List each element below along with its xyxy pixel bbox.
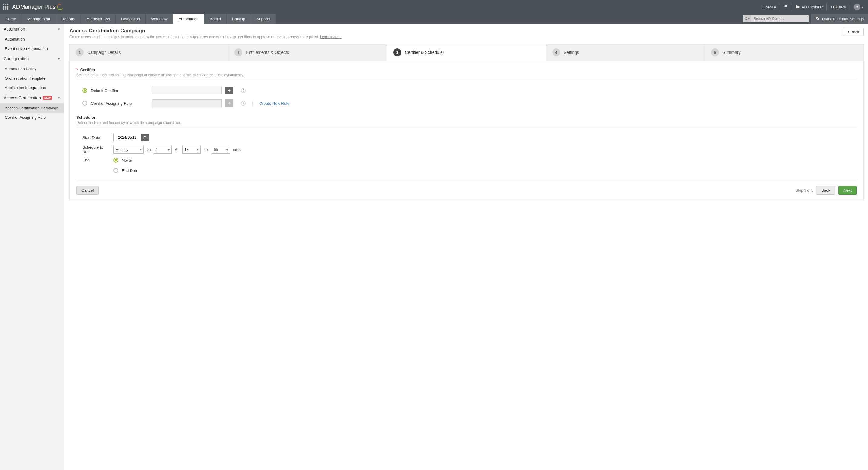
chevron-down-icon: ▾: [168, 148, 170, 151]
sidebar-item-access-certification-campaign[interactable]: Access Certification Campaign: [0, 103, 64, 113]
wizard-step-4[interactable]: 4Settings: [546, 44, 705, 61]
radio-end-date[interactable]: [113, 168, 118, 173]
wizard-step-3[interactable]: 3Certifier & Scheduler: [387, 44, 546, 61]
default-certifier-label: Default Certifier: [91, 88, 149, 93]
at-label: At:: [175, 148, 179, 152]
chevron-down-icon: ▾: [140, 148, 142, 151]
wizard-next-button[interactable]: Next: [838, 186, 857, 195]
chevron-down-icon: ▾: [226, 148, 228, 151]
nav-tab-workflow[interactable]: Workflow: [146, 14, 173, 24]
sidebar-item-orchestration-template[interactable]: Orchestration Template: [0, 73, 64, 83]
nav-tab-automation[interactable]: Automation: [173, 14, 205, 24]
wizard-step-number: 5: [711, 49, 719, 56]
sidebar-group-access-certification[interactable]: Access CertificationNEW▾: [0, 92, 64, 103]
help-icon[interactable]: ?: [241, 101, 246, 106]
learn-more-link[interactable]: Learn more...: [320, 35, 341, 39]
wizard-step-label: Certifier & Scheduler: [405, 50, 444, 55]
talkback-link[interactable]: TalkBack: [827, 3, 850, 10]
required-star-icon: *: [76, 67, 78, 72]
domain-tenant-settings[interactable]: Domain/Tenant Settings: [811, 14, 868, 24]
wizard-step-label: Settings: [564, 50, 579, 55]
chevron-down-icon: ▾: [862, 5, 863, 9]
calendar-icon: [143, 135, 147, 139]
sidebar-group-configuration[interactable]: Configuration▾: [0, 53, 64, 64]
topbar: ADManager Plus License AD Explorer TalkB…: [0, 0, 868, 14]
chevron-down-icon: ▾: [197, 148, 198, 151]
wizard-step-number: 2: [235, 49, 242, 56]
mins-label: mins: [233, 148, 241, 152]
schedule-run-label: Schedule to Run: [83, 145, 110, 154]
add-default-certifier-button[interactable]: +: [225, 87, 233, 94]
nav-tab-support[interactable]: Support: [251, 14, 276, 24]
hrs-label: hrs: [204, 148, 209, 152]
logo-swirl-icon: [56, 3, 64, 11]
day-select[interactable]: 1▾: [154, 146, 172, 154]
add-certifier-rule-button: +: [225, 99, 233, 107]
nav-tab-home[interactable]: Home: [0, 14, 22, 24]
nav-tab-management[interactable]: Management: [22, 14, 56, 24]
navbar: HomeManagementReportsMicrosoft 365Delega…: [0, 14, 868, 24]
radio-default-certifier[interactable]: [83, 88, 87, 93]
end-label: End: [83, 158, 110, 162]
wizard-steps: 1Campaign Details2Entitlements & Objects…: [69, 44, 864, 61]
apps-grid-icon[interactable]: [3, 4, 8, 10]
page-back-button[interactable]: ‹ Back: [843, 28, 864, 36]
nav-tabs: HomeManagementReportsMicrosoft 365Delega…: [0, 14, 743, 24]
radio-certifier-rule[interactable]: [83, 101, 87, 106]
create-new-rule-link[interactable]: Create New Rule: [259, 101, 289, 106]
scheduler-desc: Define the time and frequency at which t…: [76, 121, 857, 125]
chevron-down-icon: ▾: [58, 57, 60, 61]
sidebar-item-event-driven-automation[interactable]: Event-driven Automation: [0, 44, 64, 53]
step-indicator: Step 3 of 5: [796, 188, 813, 193]
gear-icon: [815, 17, 819, 22]
minute-select[interactable]: 55▾: [212, 146, 230, 154]
calendar-button[interactable]: [141, 133, 149, 142]
sidebar-group-automation[interactable]: Automation▾: [0, 24, 64, 34]
wizard-step-5[interactable]: 5Summary: [705, 44, 864, 61]
wizard-step-number: 3: [393, 49, 401, 56]
end-date-label: End Date: [122, 168, 138, 173]
start-date-label: Start Date: [83, 135, 110, 140]
cancel-button[interactable]: Cancel: [76, 186, 99, 195]
sidebar-item-application-integrations[interactable]: Application Integrations: [0, 83, 64, 92]
start-date-input[interactable]: [113, 133, 141, 142]
wizard-back-button[interactable]: Back: [816, 186, 835, 195]
notifications-bell[interactable]: [779, 3, 792, 10]
hour-select[interactable]: 18▾: [182, 146, 200, 154]
default-certifier-input[interactable]: [152, 87, 222, 94]
ad-explorer-link[interactable]: AD Explorer: [792, 3, 827, 10]
help-icon[interactable]: ?: [241, 88, 246, 93]
wizard-step-label: Campaign Details: [87, 50, 121, 55]
chevron-left-icon: ‹: [848, 30, 849, 34]
nav-tab-backup[interactable]: Backup: [227, 14, 251, 24]
certifier-heading: Certifier: [80, 67, 95, 72]
page-title: Access Certification Campaign: [69, 28, 341, 34]
search-box: ▾: [743, 15, 809, 23]
frequency-select[interactable]: Monthly▾: [113, 146, 144, 154]
wizard-step-number: 4: [552, 49, 560, 56]
user-avatar-icon: [854, 4, 861, 10]
sidebar: Automation▾AutomationEvent-driven Automa…: [0, 24, 64, 470]
wizard-step-label: Entitlements & Objects: [246, 50, 289, 55]
main-content: Access Certification Campaign Create acc…: [64, 24, 868, 470]
on-label: on: [147, 148, 151, 152]
wizard-step-label: Summary: [722, 50, 741, 55]
scheduler-heading: Scheduler: [76, 115, 95, 120]
search-input[interactable]: [751, 17, 809, 21]
nav-tab-delegation[interactable]: Delegation: [116, 14, 146, 24]
chevron-down-icon: ▾: [58, 27, 60, 31]
sidebar-item-certifier-assigning-rule[interactable]: Certifier Assigning Rule: [0, 113, 64, 122]
nav-tab-admin[interactable]: Admin: [204, 14, 227, 24]
product-logo: ADManager Plus: [12, 4, 63, 10]
wizard-step-2[interactable]: 2Entitlements & Objects: [228, 44, 387, 61]
radio-end-never[interactable]: [113, 158, 118, 163]
end-never-label: Never: [122, 158, 132, 163]
license-link[interactable]: License: [758, 3, 779, 10]
wizard-step-1[interactable]: 1Campaign Details: [70, 44, 228, 61]
sidebar-item-automation-policy[interactable]: Automation Policy: [0, 64, 64, 73]
search-icon[interactable]: ▾: [743, 15, 751, 23]
user-menu[interactable]: ▾: [850, 3, 865, 10]
sidebar-item-automation[interactable]: Automation: [0, 34, 64, 44]
nav-tab-microsoft-365[interactable]: Microsoft 365: [81, 14, 116, 24]
nav-tab-reports[interactable]: Reports: [56, 14, 81, 24]
